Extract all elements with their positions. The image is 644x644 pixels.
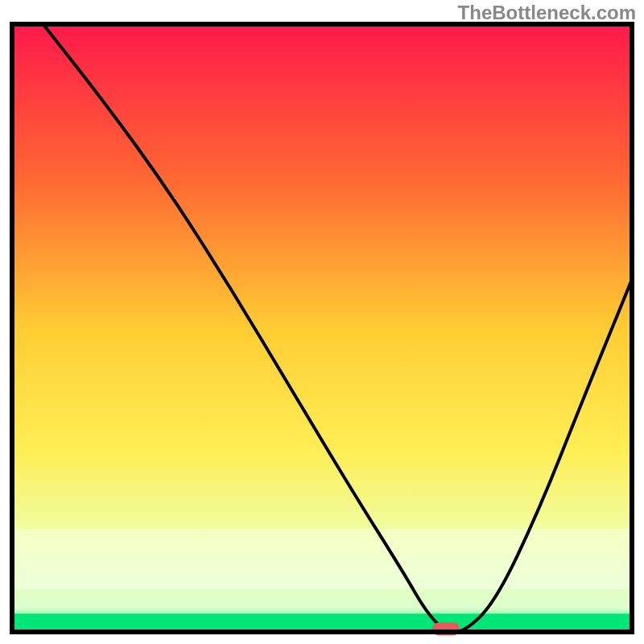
- white-band: [12, 529, 632, 590]
- watermark-text: TheBottleneck.com: [458, 2, 636, 24]
- green-band: [12, 613, 632, 632]
- bottleneck-chart: TheBottleneck.com: [0, 0, 644, 644]
- chart-svg: [0, 0, 644, 644]
